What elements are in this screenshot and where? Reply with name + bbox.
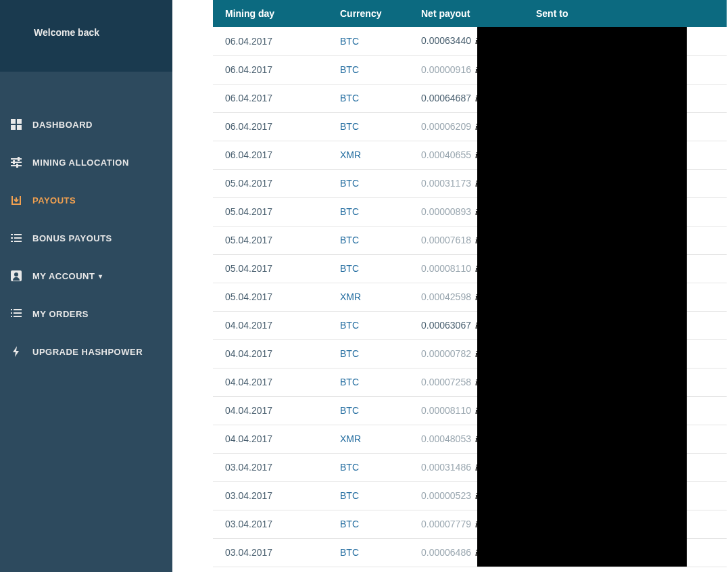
sidebar-item-label: BONUS PAYOUTS [32,233,112,243]
svg-rect-8 [13,160,15,164]
cell-currency[interactable]: XMR [328,283,409,311]
svg-rect-22 [11,316,12,317]
cell-currency[interactable]: XMR [328,425,409,453]
sidebar-item-mining-allocation[interactable]: MINING ALLOCATION [0,143,172,181]
svg-rect-15 [14,241,22,242]
payout-value: 0.00063067 [421,320,471,331]
cell-currency[interactable]: BTC [328,510,409,538]
svg-rect-0 [11,119,16,124]
svg-rect-23 [14,316,22,317]
svg-point-17 [14,272,18,277]
cell-currency[interactable]: BTC [328,311,409,339]
list-icon [9,231,23,245]
cell-mining-day: 03.04.2017 [213,481,328,510]
svg-rect-2 [11,125,16,130]
sidebar-nav: DASHBOARD MINING ALLOCATION PAYOUTS BONU… [0,72,172,371]
redacted-sent-to-overlay [477,27,687,567]
sidebar-item-label: PAYOUTS [32,195,76,206]
cell-mining-day: 04.04.2017 [213,425,328,453]
cell-mining-day: 04.04.2017 [213,311,328,339]
svg-rect-19 [14,309,22,310]
cell-currency[interactable]: BTC [328,226,409,254]
payout-value: 0.00008110 [421,263,471,274]
cell-currency[interactable]: BTC [328,368,409,396]
cell-currency[interactable]: BTC [328,197,409,226]
svg-rect-14 [11,241,13,242]
cell-mining-day: 04.04.2017 [213,396,328,425]
sidebar-item-label: MINING ALLOCATION [32,158,129,168]
cell-mining-day: 06.04.2017 [213,27,328,55]
cell-mining-day: 05.04.2017 [213,254,328,283]
svg-rect-9 [16,164,18,168]
cell-mining-day: 05.04.2017 [213,283,328,311]
payout-value: 0.00040655 [421,149,471,160]
col-currency[interactable]: Currency [328,0,409,27]
sidebar-item-dashboard[interactable]: DASHBOARD [0,105,172,143]
sidebar-item-label: DASHBOARD [32,120,93,130]
cell-mining-day: 03.04.2017 [213,510,328,538]
svg-rect-21 [14,312,22,314]
sidebar-item-bonus-payouts[interactable]: BONUS PAYOUTS [0,219,172,257]
cell-currency[interactable]: BTC [328,112,409,141]
sliders-icon [9,156,23,169]
payout-value: 0.00007258 [421,377,471,387]
payout-value: 0.00031173 [421,178,471,189]
sidebar-item-my-orders[interactable]: MY ORDERS [0,295,172,333]
cell-currency[interactable]: BTC [328,254,409,283]
cell-currency[interactable]: BTC [328,339,409,368]
chevron-down-icon: ▾ [99,272,103,280]
sidebar-item-upgrade-hashpower[interactable]: UPGRADE HASHPOWER [0,333,172,371]
sidebar-item-payouts[interactable]: PAYOUTS [0,181,172,219]
svg-rect-1 [17,119,22,124]
cell-currency[interactable]: BTC [328,84,409,112]
cell-currency[interactable]: BTC [328,481,409,510]
svg-rect-13 [14,237,22,239]
cell-mining-day: 06.04.2017 [213,112,328,141]
cell-currency[interactable]: BTC [328,55,409,84]
orders-icon [9,307,23,320]
welcome-text: Welcome back [34,27,99,38]
payout-value: 0.00063440 [421,35,471,46]
cell-currency[interactable]: BTC [328,27,409,55]
cell-currency[interactable]: BTC [328,538,409,567]
payout-value: 0.00008110 [421,405,471,416]
col-mining-day[interactable]: Mining day [213,0,328,27]
cell-currency[interactable]: BTC [328,169,409,197]
cell-mining-day: 04.04.2017 [213,368,328,396]
account-icon [9,269,23,283]
sidebar-item-my-account[interactable]: MY ACCOUNT ▾ [0,257,172,295]
sidebar: Welcome back DASHBOARD MINING ALLOCATION… [0,0,172,572]
payout-value: 0.00042598 [421,291,471,302]
table-header: Mining day Currency Net payout Sent to [213,0,727,27]
cell-mining-day: 04.04.2017 [213,339,328,368]
col-net-payout[interactable]: Net payout [409,0,524,27]
sidebar-item-label: UPGRADE HASHPOWER [32,347,143,357]
payout-value: 0.00031486 [421,462,471,473]
download-icon [9,193,23,207]
svg-rect-5 [11,162,22,163]
cell-mining-day: 05.04.2017 [213,197,328,226]
payout-value: 0.00048053 [421,433,471,444]
cell-mining-day: 06.04.2017 [213,84,328,112]
svg-rect-12 [11,237,13,239]
svg-rect-3 [17,125,22,130]
svg-rect-20 [11,312,12,314]
svg-rect-18 [11,309,12,310]
svg-rect-10 [11,234,13,235]
cell-currency[interactable]: BTC [328,396,409,425]
cell-currency[interactable]: BTC [328,453,409,481]
payout-value: 0.00006486 [421,547,471,558]
payout-value: 0.00007618 [421,235,471,245]
cell-mining-day: 05.04.2017 [213,226,328,254]
cell-mining-day: 06.04.2017 [213,141,328,169]
cell-currency[interactable]: XMR [328,141,409,169]
sidebar-item-label: MY ACCOUNT [32,271,95,281]
payout-value: 0.00007779 [421,519,471,529]
welcome-header: Welcome back [0,0,172,72]
payout-value: 0.00000523 [421,490,471,501]
cell-mining-day: 06.04.2017 [213,55,328,84]
col-sent-to[interactable]: Sent to [524,0,727,27]
payout-value: 0.00000782 [421,348,471,359]
payout-value: 0.00000916 [421,64,471,75]
svg-rect-4 [11,158,22,160]
